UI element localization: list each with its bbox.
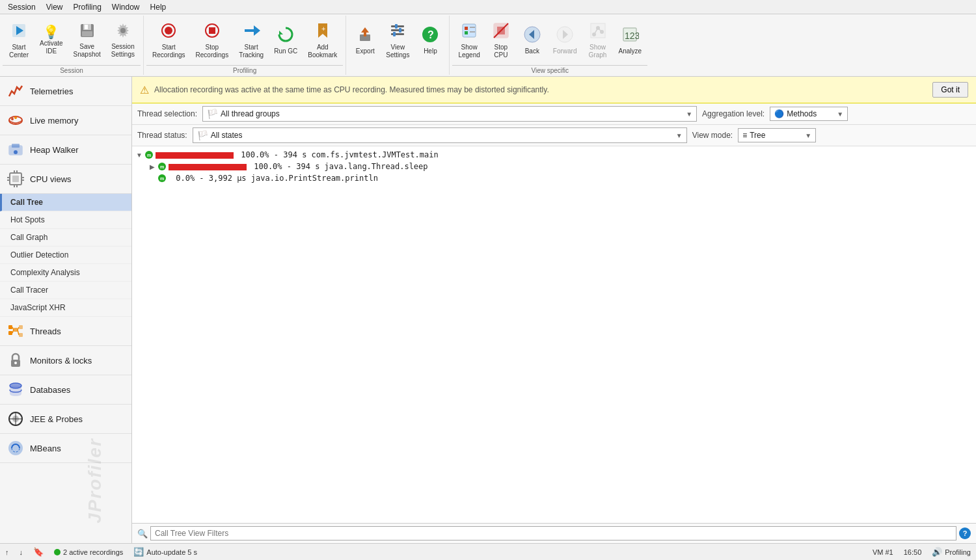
svg-rect-29 xyxy=(465,31,468,34)
sidebar-item-hot-spots[interactable]: Hot Spots xyxy=(0,211,131,229)
svg-rect-58 xyxy=(16,185,18,187)
databases-label: Databases xyxy=(30,385,70,395)
view-mode-arrow: ▼ xyxy=(805,132,811,139)
sidebar-section-heap-walker[interactable]: Heap Walker xyxy=(0,135,131,165)
thread-selection-row: Thread selection: 🏳️ All thread groups ▼… xyxy=(132,103,976,125)
sidebar-item-call-tracer[interactable]: Call Tracer xyxy=(0,282,131,299)
show-graph-button[interactable]: ShowGraph xyxy=(583,18,613,62)
sidebar-item-call-tree[interactable]: Call Tree xyxy=(0,194,131,211)
status-bookmark-icon[interactable]: 🔖 xyxy=(33,547,44,557)
svg-rect-31 xyxy=(470,31,475,33)
svg-line-70 xyxy=(18,327,19,330)
show-legend-button[interactable]: ShowLegend xyxy=(454,18,484,62)
show-graph-icon xyxy=(589,21,607,42)
forward-icon xyxy=(556,25,574,46)
session-group-label: Session xyxy=(3,65,141,75)
telemetries-label: Telemetries xyxy=(30,87,73,96)
aggregation-value: Methods xyxy=(787,109,817,118)
forward-button[interactable]: Forward xyxy=(549,22,582,59)
table-row[interactable]: ▼ m 100.0% - 394 s com.fs.jvmtest.JVMTes… xyxy=(132,149,976,161)
start-recordings-button[interactable]: StartRecordings xyxy=(148,18,190,62)
svg-marker-13 xyxy=(279,31,283,34)
sidebar: Telemetries Live memory Heap Walker CPU … xyxy=(0,77,132,543)
analyze-button[interactable]: 123 Analyze xyxy=(614,22,647,59)
svg-rect-64 xyxy=(8,331,12,335)
svg-rect-60 xyxy=(7,180,10,181)
save-snapshot-button[interactable]: SaveSnapshot xyxy=(69,19,105,62)
status-arrow-up[interactable]: ↑ xyxy=(5,548,9,556)
profiling-label: 🔊 Profiling xyxy=(932,547,971,557)
menu-window[interactable]: Window xyxy=(107,1,145,13)
aggregation-dropdown[interactable]: 🔵 Methods ▼ xyxy=(770,107,848,121)
mbeans-icon xyxy=(7,439,25,457)
export-label: Export xyxy=(356,47,375,55)
table-row[interactable]: ▶ m 100.0% - 394 s java.lang.Thread.slee… xyxy=(132,161,976,172)
menu-session[interactable]: Session xyxy=(3,1,41,13)
sidebar-section-mbeans[interactable]: MBeans xyxy=(0,434,131,463)
sidebar-section-monitors-locks[interactable]: Monitors & locks xyxy=(0,346,131,375)
view-settings-button[interactable]: ViewSettings xyxy=(381,18,414,62)
sidebar-item-outlier-detection[interactable]: Outlier Detection xyxy=(0,247,131,264)
filter-help-icon[interactable]: ? xyxy=(959,527,971,539)
stop-recordings-button[interactable]: StopRecordings xyxy=(191,18,234,62)
aggregation-icon: 🔵 xyxy=(774,109,784,118)
sidebar-section-live-memory[interactable]: Live memory xyxy=(0,106,131,135)
sidebar-section-cpu-views[interactable]: CPU views xyxy=(0,165,131,194)
add-bookmark-button[interactable]: + AddBookmark xyxy=(303,18,342,62)
run-gc-button[interactable]: Run GC xyxy=(269,22,302,59)
svg-text:123: 123 xyxy=(625,31,639,41)
status-arrow-down[interactable]: ↓ xyxy=(20,548,23,556)
help-icon: ? xyxy=(421,25,439,46)
table-row[interactable]: m 0.0% - 3,992 µs java.io.PrintStream.pr… xyxy=(132,172,976,184)
activate-ide-button[interactable]: 💡 ActivateIDE xyxy=(35,22,68,59)
svg-rect-24 xyxy=(393,32,396,36)
toolbar-group-profiling: StartRecordings StopRecordings StartTrac… xyxy=(144,16,346,75)
sidebar-section-jee-probes[interactable]: JEE & Probes xyxy=(0,405,131,434)
databases-icon xyxy=(7,380,25,399)
thread-selection-flag: 🏳️ xyxy=(207,109,218,119)
svg-rect-23 xyxy=(399,28,401,33)
jee-probes-icon xyxy=(7,410,25,428)
export-button[interactable]: Export xyxy=(350,22,380,59)
view-mode-label: View mode: xyxy=(692,131,733,140)
activate-ide-label: ActivateIDE xyxy=(40,40,63,55)
tree-toggle-2[interactable]: ▶ xyxy=(148,162,157,171)
view-mode-dropdown[interactable]: ≡ Tree ▼ xyxy=(738,128,816,142)
stop-cpu-button[interactable]: StopCPU xyxy=(486,18,516,62)
back-button[interactable]: Back xyxy=(517,22,547,59)
filter-input[interactable] xyxy=(150,526,956,540)
sidebar-item-complexity-analysis[interactable]: Complexity Analysis xyxy=(0,264,131,282)
help-button[interactable]: ? Help xyxy=(415,22,445,59)
alert-bar: ⚠ Allocation recording was active at the… xyxy=(132,77,976,103)
session-settings-icon xyxy=(115,22,131,42)
aggregation-arrow: ▼ xyxy=(837,111,843,118)
menu-profiling[interactable]: Profiling xyxy=(68,1,107,13)
svg-text:?: ? xyxy=(427,29,434,40)
thread-selection-dropdown[interactable]: 🏳️ All thread groups ▼ xyxy=(202,106,697,122)
sidebar-section-threads[interactable]: Threads xyxy=(0,317,131,346)
svg-rect-54 xyxy=(12,176,19,182)
sidebar-item-call-graph[interactable]: Call Graph xyxy=(0,229,131,247)
monitors-locks-icon xyxy=(7,351,25,369)
got-it-button[interactable]: Got it xyxy=(932,82,968,98)
thread-status-row: Thread status: 🏳️ All states ▼ View mode… xyxy=(132,125,976,146)
start-tracking-button[interactable]: StartTracking xyxy=(234,18,268,62)
mbeans-label: MBeans xyxy=(30,444,61,453)
tree-node-text-3: 0.0% - 3,992 µs java.io.PrintStream.prin… xyxy=(171,174,378,183)
tree-toggle-1[interactable]: ▼ xyxy=(135,150,144,159)
sidebar-section-databases[interactable]: Databases xyxy=(0,375,131,405)
thread-status-dropdown[interactable]: 🏳️ All states ▼ xyxy=(193,127,687,143)
status-time: 16:50 xyxy=(904,548,922,556)
start-center-button[interactable]: StartCenter xyxy=(4,18,34,62)
bottom-filter-bar: 🔍 ? xyxy=(132,523,976,543)
thread-selection-label: Thread selection: xyxy=(137,109,197,118)
menu-help[interactable]: Help xyxy=(145,1,172,13)
svg-rect-61 xyxy=(21,177,24,178)
toolbar: StartCenter 💡 ActivateIDE SaveSnapshot S… xyxy=(0,14,976,77)
sidebar-item-javascript-xhr[interactable]: JavaScript XHR xyxy=(0,299,131,317)
start-center-icon xyxy=(10,21,28,42)
sidebar-section-telemetries[interactable]: Telemetries xyxy=(0,77,131,106)
session-settings-button[interactable]: SessionSettings xyxy=(107,19,139,62)
menu-view[interactable]: View xyxy=(41,1,68,13)
stop-recordings-icon xyxy=(203,21,221,42)
